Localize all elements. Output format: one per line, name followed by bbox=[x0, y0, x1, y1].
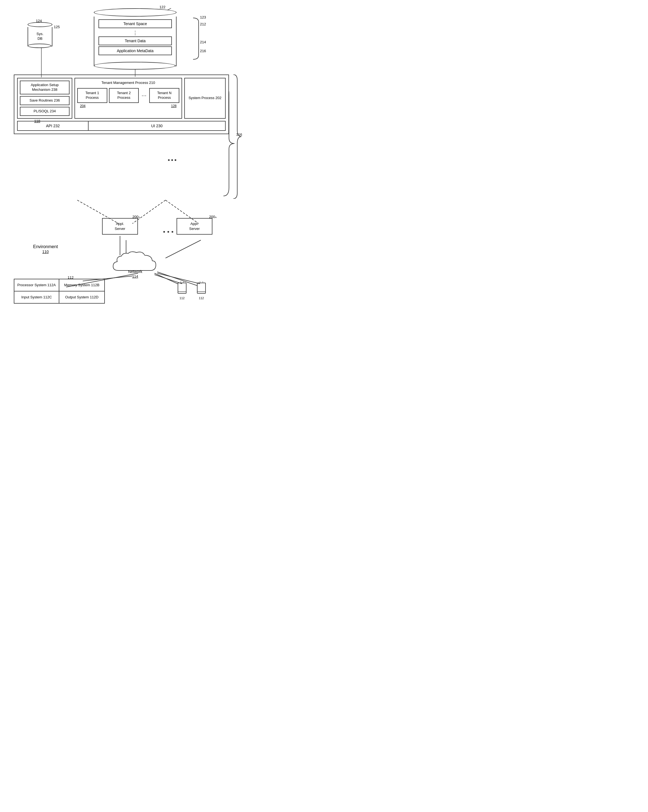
tenant-space-box: Tenant Space bbox=[99, 19, 172, 28]
tenant-data-box: Tenant Data bbox=[99, 37, 172, 45]
appl-server-n: Appl. Server bbox=[177, 218, 212, 235]
ref-128: 128 bbox=[171, 104, 177, 108]
ref-servern: 200ₙ bbox=[209, 215, 217, 219]
sys-db: Sys. DB bbox=[27, 22, 52, 46]
app-setup-box: Application Setup Mechanism 238 bbox=[20, 81, 70, 95]
brace-116 bbox=[232, 75, 243, 199]
ref-204: 204 bbox=[80, 104, 85, 108]
ref-112-client: 112 bbox=[67, 275, 74, 279]
system-process-box: System Process 202 bbox=[184, 78, 226, 119]
tenant-db-cylinder: Tenant Space ⋮ Tenant Data Application M… bbox=[94, 8, 177, 66]
ui-box: UI 230 bbox=[88, 121, 225, 130]
ref-122: 122 bbox=[159, 5, 166, 9]
api-box: API 232 bbox=[18, 121, 88, 130]
svg-point-11 bbox=[172, 231, 173, 233]
client-block: Processor System 112A Memory System 112B… bbox=[14, 279, 105, 304]
svg-point-14 bbox=[175, 159, 176, 161]
tenant-mgmt-block: Tenant Management Process 210 Tenant 1 P… bbox=[75, 78, 182, 119]
tenant-dots: ⋯ bbox=[140, 88, 148, 103]
output-system-box: Output System 112D bbox=[59, 292, 104, 303]
diagram: Tenant Space ⋮ Tenant Data Application M… bbox=[0, 0, 248, 312]
ref-212: 212 bbox=[200, 22, 206, 26]
ref-123: 123 bbox=[200, 15, 206, 19]
network-cloud: Network 114 bbox=[110, 251, 160, 279]
device-icon-2: 112 bbox=[196, 281, 207, 300]
svg-point-10 bbox=[168, 231, 169, 233]
appl-server-1: Appl. Server bbox=[102, 218, 138, 235]
svg-point-9 bbox=[163, 231, 165, 233]
ref-110: 110 bbox=[42, 249, 49, 254]
memory-system-box: Memory System 112B bbox=[59, 279, 104, 291]
ref-116: 116 bbox=[236, 133, 242, 137]
processor-system-box: Processor System 112A bbox=[14, 279, 59, 291]
app-metadata-box: Application MetaData bbox=[99, 46, 172, 55]
left-panel: Application Setup Mechanism 238 Save Rou… bbox=[17, 78, 72, 119]
plsoql-box: PL/SOQL 234 bbox=[20, 107, 70, 116]
environment-label: Environment 110 bbox=[33, 244, 58, 254]
ref-118: 118 bbox=[34, 119, 40, 123]
ref-125: 125 bbox=[54, 25, 60, 29]
svg-point-12 bbox=[168, 159, 170, 161]
ref-server1: 200₁ bbox=[133, 215, 140, 219]
svg-line-5 bbox=[166, 240, 201, 258]
svg-point-13 bbox=[171, 159, 173, 161]
ref-114: 114 bbox=[132, 274, 138, 278]
save-routines-box: Save Routines 236 bbox=[20, 96, 70, 105]
sys-db-label: Sys. DB bbox=[37, 32, 43, 41]
server-block: Application Setup Mechanism 238 Save Rou… bbox=[14, 75, 229, 134]
input-system-box: Input System 112C bbox=[14, 292, 59, 303]
ref-214: 214 bbox=[200, 40, 206, 44]
tenant1-box: Tenant 1 Process bbox=[77, 88, 107, 103]
ref-216: 216 bbox=[200, 49, 206, 53]
tenant-mgmt-label: Tenant Management Process 210 bbox=[77, 81, 179, 85]
device-icon-1: 112 bbox=[177, 281, 188, 300]
tenant2-box: Tenant 2 Process bbox=[109, 88, 139, 103]
tenantn-box: Tenant N Process bbox=[149, 88, 179, 103]
